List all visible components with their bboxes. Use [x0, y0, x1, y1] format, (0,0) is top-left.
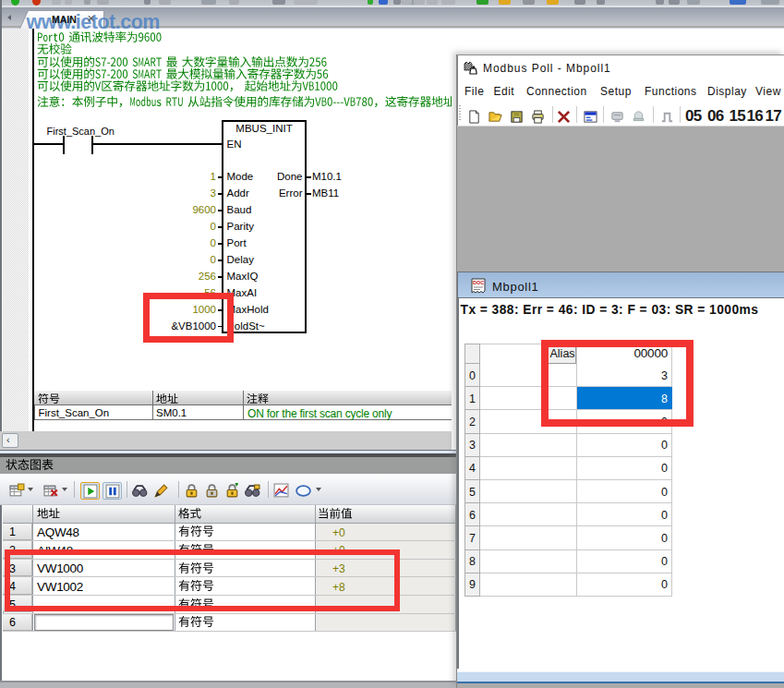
svg-text:DOC: DOC: [473, 280, 484, 285]
